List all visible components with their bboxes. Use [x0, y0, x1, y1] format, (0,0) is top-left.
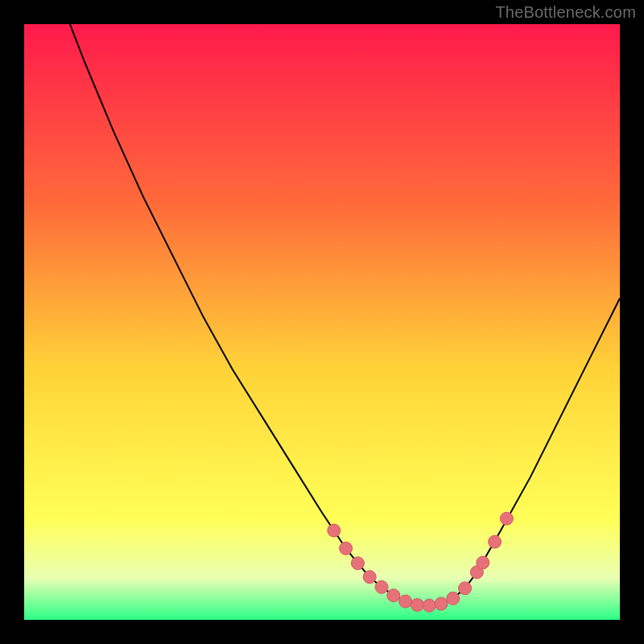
curve-marker: [340, 542, 353, 555]
curve-marker: [459, 582, 472, 595]
curve-marker: [489, 535, 502, 548]
curve-marker: [435, 597, 448, 610]
curve-marker: [351, 557, 364, 570]
plot-area: [24, 24, 620, 620]
curve-marker: [399, 595, 412, 608]
curve-marker: [363, 571, 376, 584]
curve-marker: [411, 599, 423, 612]
curve-marker: [328, 524, 341, 537]
curve-marker: [423, 599, 436, 612]
curve-marker: [387, 589, 400, 602]
chart-svg: [24, 24, 620, 620]
gradient-background: [24, 24, 620, 620]
chart-frame: TheBottleneck.com: [0, 0, 644, 644]
curve-marker: [500, 512, 513, 525]
curve-marker: [447, 592, 460, 605]
watermark-text: TheBottleneck.com: [495, 3, 636, 22]
curve-marker: [375, 580, 388, 593]
curve-marker: [477, 556, 489, 569]
